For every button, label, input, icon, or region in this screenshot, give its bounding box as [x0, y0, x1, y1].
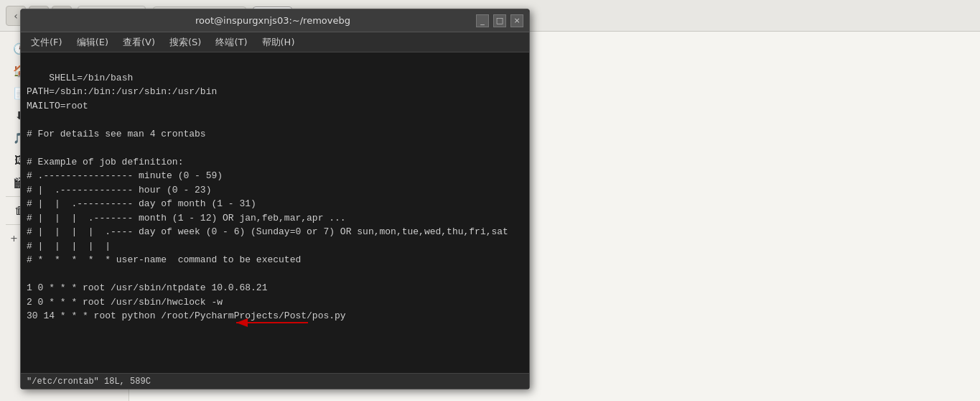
menu-help[interactable]: 帮助(H): [256, 34, 301, 50]
terminal-text: SHELL=/bin/bash PATH=/sbin:/bin:/usr/sbi…: [27, 73, 508, 322]
terminal-content[interactable]: SHELL=/bin/bash PATH=/sbin:/bin:/usr/sbi…: [21, 52, 529, 373]
terminal-titlebar: root@inspurgxnjs03:~/removebg _ □ ×: [21, 9, 529, 32]
minimize-button[interactable]: _: [476, 14, 489, 27]
menu-search[interactable]: 搜索(S): [164, 34, 207, 50]
terminal-win-controls: _ □ ×: [476, 14, 523, 27]
terminal-window: root@inspurgxnjs03:~/removebg _ □ × 文件(F…: [20, 9, 530, 390]
menu-terminal[interactable]: 终端(T): [210, 34, 253, 50]
menu-edit[interactable]: 编辑(E): [71, 34, 114, 50]
close-button[interactable]: ×: [510, 14, 523, 27]
terminal-menubar: 文件(F) 编辑(E) 查看(V) 搜索(S) 终端(T) 帮助(H): [21, 32, 529, 52]
terminal-title: root@inspurgxnjs03:~/removebg: [70, 15, 476, 26]
maximize-button[interactable]: □: [493, 14, 506, 27]
terminal-status: "/etc/crontab" 18L, 589C: [21, 373, 529, 389]
menu-file[interactable]: 文件(F): [25, 34, 68, 50]
menu-view[interactable]: 查看(V): [117, 34, 161, 50]
terminal-status-text: "/etc/crontab" 18L, 589C: [27, 377, 151, 387]
